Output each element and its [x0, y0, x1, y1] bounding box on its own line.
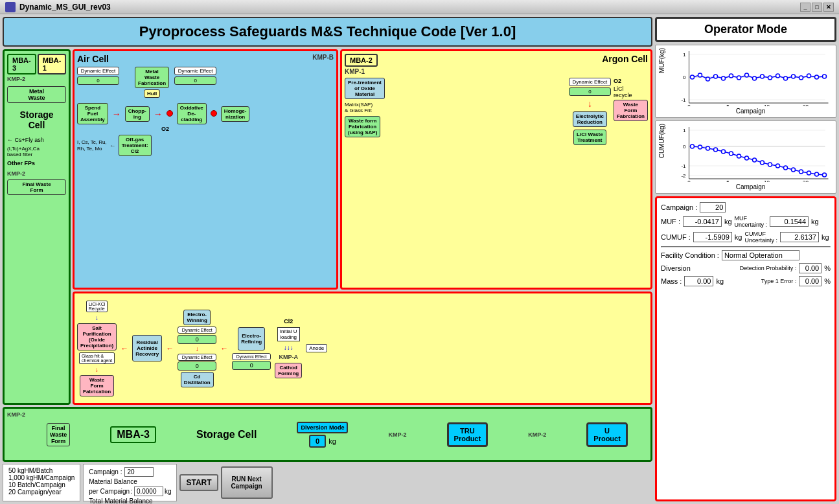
dynamic-effect-2-label: Dynamic Effect: [174, 67, 216, 75]
svg-point-47: [714, 148, 718, 152]
per-campaign-label: per Campaign: [89, 488, 130, 495]
title-bar-controls: _ □ ✕: [800, 3, 834, 12]
svg-point-25: [792, 74, 796, 78]
results-muf-label: MUF :: [661, 218, 680, 225]
dynamic-effect-4-label: Dynamic Effect: [178, 326, 216, 334]
svg-point-19: [745, 73, 749, 77]
svg-text:5: 5: [726, 179, 730, 182]
diversion-mode-value[interactable]: 0: [309, 435, 326, 448]
dynamic-effect-6-label: Dynamic Effect: [232, 353, 271, 360]
argon-cell-title: Argon Cell: [602, 54, 648, 64]
chopping-box: Chopp-ing: [125, 106, 150, 122]
svg-text:-1: -1: [681, 97, 686, 103]
svg-text:20: 20: [803, 104, 809, 106]
svg-point-51: [745, 156, 749, 160]
cs-fly-ash: ← Cs+Fly ash: [7, 137, 66, 143]
kmp1-label: KMP-1: [345, 68, 648, 75]
detection-probability-label: Detection Probability :: [740, 265, 797, 271]
muf-chart-svg: 1 0 -1 0 5 10 20: [668, 48, 833, 106]
mba3-top-label: MBA-3: [7, 54, 36, 74]
waste-form-fabrication-bottom-box: WasteFormFabrication: [80, 375, 114, 396]
diversion-mode-unit: kg: [328, 437, 336, 445]
svg-point-24: [784, 76, 788, 80]
svg-text:5: 5: [726, 104, 730, 106]
dynamic-effect-1-value[interactable]: 0: [77, 76, 119, 85]
svg-point-29: [823, 74, 827, 78]
type1-error-input[interactable]: [799, 276, 822, 286]
results-cumuf-uncertainty-label: CUMUFUncertainty :: [744, 231, 777, 244]
results-muf-uncertainty-input[interactable]: [770, 216, 809, 227]
tru-product-box: TRUProduct: [447, 422, 488, 447]
results-muf-input[interactable]: [683, 216, 722, 227]
total-material-label: Total Material Balance: [89, 498, 152, 504]
svg-text:0: 0: [687, 179, 691, 182]
dynamic-effect-5-label: Dynamic Effect: [178, 354, 216, 361]
rh-te-mo-label: Rh, Te, Mo: [77, 146, 107, 152]
mba2-label-top: MBA-2: [345, 54, 378, 67]
kmp2-bottom1-label: KMP-2: [7, 411, 25, 418]
dynamic-effect-2-value[interactable]: 0: [174, 76, 216, 85]
u-product-box: UProouct: [586, 422, 628, 447]
dynamic-effect-6-value[interactable]: 0: [232, 361, 271, 370]
cl2-label: Cl2: [284, 318, 293, 325]
final-waste-form-left: Final WasteForm: [7, 179, 66, 195]
results-cumuf-uncertainty-unit: kg: [822, 233, 829, 241]
svg-point-61: [823, 173, 827, 177]
homogenization-box: Homoge-nization: [221, 106, 250, 122]
dynamic-effect-5-value[interactable]: 0: [178, 361, 216, 371]
svg-point-17: [730, 74, 733, 78]
svg-point-44: [691, 144, 695, 148]
title-bar: Dynamic_MS_GUI_rev03 _ □ ✕: [0, 0, 839, 14]
dynamic-effect-3-value[interactable]: 0: [569, 87, 611, 96]
electrolytic-reduction-box: ElectrolyticReduction: [573, 111, 607, 127]
diversion-mass-label: Mass :: [661, 277, 682, 285]
material-balance-label: Material Balance: [89, 478, 171, 485]
salt-purification-box: SaltPurification(OxidePrecipitation): [77, 323, 117, 350]
results-cumuf-input[interactable]: [693, 232, 732, 242]
per-campaign-unit: kg: [165, 488, 172, 495]
svg-point-60: [815, 172, 819, 176]
o2-mid-label: O2: [161, 126, 334, 132]
dynamic-effect-4-value[interactable]: 0: [178, 335, 216, 344]
red-dot-2: [211, 110, 217, 117]
svg-point-15: [714, 74, 718, 78]
campaign-input[interactable]: [124, 467, 154, 477]
off-gas-treatment-box: Off-gasTreatment:Cl2: [119, 135, 152, 156]
kmp2-left2-label: KMP-2: [7, 170, 66, 177]
start-button[interactable]: START: [179, 474, 218, 491]
results-cumuf-uncertainty-input[interactable]: [780, 232, 819, 242]
per-campaign-input[interactable]: [134, 487, 163, 496]
muf-y-label: MUF(kg): [658, 48, 665, 73]
muf-x-label: Campaign: [668, 108, 833, 115]
title-bar-text: Dynamic_MS_GUI_rev03: [19, 3, 111, 12]
svg-point-13: [698, 73, 702, 77]
campaign-control-area: Campaign : Material Balance per Campaign…: [83, 464, 177, 501]
oxidative-decladding-box: OxidativeDe-cladding: [177, 103, 207, 124]
licl-waste-treatment-box: LiCl WasteTreatment: [573, 130, 606, 145]
run-next-campaign-button[interactable]: RUN Next Campaign: [221, 466, 273, 499]
results-campaign-input[interactable]: [700, 202, 726, 212]
svg-point-57: [792, 168, 796, 172]
mba1-air-cell: Air Cell KMP-B Dynamic Effect 0: [73, 49, 338, 290]
facility-condition-input[interactable]: [722, 250, 799, 260]
minimize-button[interactable]: _: [800, 3, 810, 12]
close-button[interactable]: ✕: [823, 3, 834, 12]
svg-point-14: [706, 77, 710, 81]
type1-error-label: Type 1 Error :: [761, 278, 797, 284]
maximize-button[interactable]: □: [812, 3, 822, 12]
diversion-label: Diversion: [661, 264, 691, 272]
detection-probability-input[interactable]: [799, 263, 822, 273]
svg-point-56: [784, 166, 788, 170]
results-cumuf-unit: kg: [735, 233, 742, 241]
cumuf-chart-svg: 0 1 -1 -2 0 5 10 20: [668, 124, 833, 182]
svg-point-52: [753, 158, 757, 162]
cumuf-y-label: CUMUF(kg): [658, 124, 665, 158]
svg-point-50: [737, 154, 741, 158]
kmp-b-label: KMP-B: [312, 54, 334, 61]
svg-point-59: [807, 171, 811, 175]
metal-waste-box: MetalWaste: [7, 86, 66, 103]
svg-point-48: [722, 150, 726, 154]
diversion-mass-input[interactable]: [684, 276, 713, 286]
svg-text:-1: -1: [681, 163, 686, 169]
svg-point-23: [776, 74, 780, 78]
